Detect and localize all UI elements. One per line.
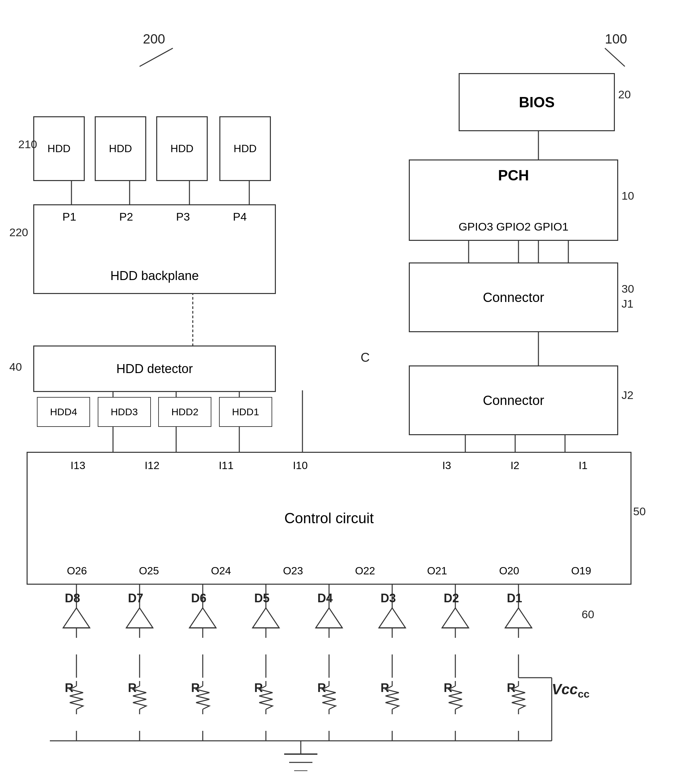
control-circuit-label: Control circuit: [284, 510, 374, 526]
connector-j1-box: Connector: [409, 262, 618, 332]
pch-box: PCH GPIO3 GPIO2 GPIO1: [409, 160, 618, 241]
i12-label: I12: [144, 459, 159, 472]
o26-label: O26: [67, 565, 87, 577]
svg-marker-56: [126, 608, 153, 628]
connector-j2-box: Connector: [409, 365, 618, 435]
diode-symbols: [27, 605, 558, 656]
d6-label: D6: [191, 591, 207, 605]
hdd3-sub: HDD3: [98, 397, 151, 427]
d4-label: D4: [317, 591, 333, 605]
i3-label: I3: [443, 459, 451, 472]
hdd-detector-box: HDD detector: [33, 346, 276, 392]
svg-marker-80: [505, 608, 532, 628]
hdd4-sub: HDD4: [37, 397, 90, 427]
o21-label: O21: [427, 565, 447, 577]
c-label: C: [361, 350, 370, 365]
connector-j1-label: Connector: [483, 290, 544, 305]
d7-label: D7: [128, 591, 143, 605]
connector-j2-label: Connector: [483, 393, 544, 408]
d2-label: D2: [444, 591, 459, 605]
hdd2-sub: HDD2: [158, 397, 212, 427]
svg-line-0: [139, 48, 173, 66]
hdd-sublabels-row: HDD4 HDD3 HDD2 HDD1: [33, 397, 276, 427]
hdd1-top-box: HDD: [33, 116, 85, 181]
hdd4-top-box: HDD: [220, 116, 271, 181]
hdd-backplane-box: P1 P2 P3 P4 HDD backplane: [33, 204, 276, 294]
ref-200-label: 200: [143, 32, 165, 46]
svg-marker-64: [253, 608, 279, 628]
j2-label: J2: [622, 389, 633, 402]
i13-label: I13: [71, 459, 85, 472]
hdd2-top-box: HDD: [95, 116, 146, 181]
o19-label: O19: [571, 565, 591, 577]
ref-100-label: 100: [605, 32, 627, 46]
pch-label: PCH: [498, 167, 529, 184]
i2-label: I2: [510, 459, 519, 472]
ref-210-label: 210: [18, 138, 37, 151]
d1-label: D1: [507, 591, 522, 605]
ref-20-label: 20: [618, 88, 631, 101]
control-circuit-box: I13 I12 I11 I10 xxx I3 I2 I1 Control cir…: [27, 452, 632, 585]
bios-label: BIOS: [519, 94, 555, 110]
gpio-label: GPIO3 GPIO2 GPIO1: [459, 220, 569, 233]
hdd1-sub: HDD1: [219, 397, 272, 427]
i1-label: I1: [579, 459, 588, 472]
o23-label: O23: [283, 565, 303, 577]
d8-label: D8: [65, 591, 80, 605]
o25-label: O25: [139, 565, 159, 577]
ref-220-label: 220: [9, 226, 28, 239]
hdd-detector-label: HDD detector: [116, 362, 193, 376]
d3-label: D3: [380, 591, 396, 605]
bios-box: BIOS: [459, 73, 615, 131]
hdd3-top-box: HDD: [156, 116, 208, 181]
svg-marker-72: [379, 608, 406, 628]
p1-label: P1: [63, 210, 77, 223]
svg-marker-68: [316, 608, 342, 628]
svg-line-1: [605, 48, 625, 66]
o22-label: O22: [355, 565, 375, 577]
ref-40-label: 40: [9, 360, 22, 373]
i11-label: I11: [219, 459, 233, 472]
diagram: 200 100 BIOS 20 PCH GPIO3 GPIO2 GPIO1 10…: [0, 0, 683, 784]
p2-label: P2: [119, 210, 133, 223]
resistor-symbols: [27, 678, 558, 733]
ref-10-label: 10: [622, 189, 634, 202]
svg-marker-76: [442, 608, 469, 628]
ref-50-label: 50: [633, 505, 646, 518]
o20-label: O20: [499, 565, 519, 577]
o24-label: O24: [211, 565, 231, 577]
svg-marker-60: [189, 608, 216, 628]
p3-label: P3: [176, 210, 190, 223]
d5-label: D5: [254, 591, 269, 605]
i10-label: I10: [293, 459, 308, 472]
ref-60-label: 60: [582, 608, 594, 621]
p4-label: P4: [233, 210, 247, 223]
svg-marker-52: [63, 608, 90, 628]
vcc-label: Vcccc: [552, 681, 590, 700]
hdd-backplane-label: HDD backplane: [111, 269, 199, 283]
j1-label: J1: [622, 297, 633, 310]
ref-30-label: 30: [622, 282, 634, 295]
